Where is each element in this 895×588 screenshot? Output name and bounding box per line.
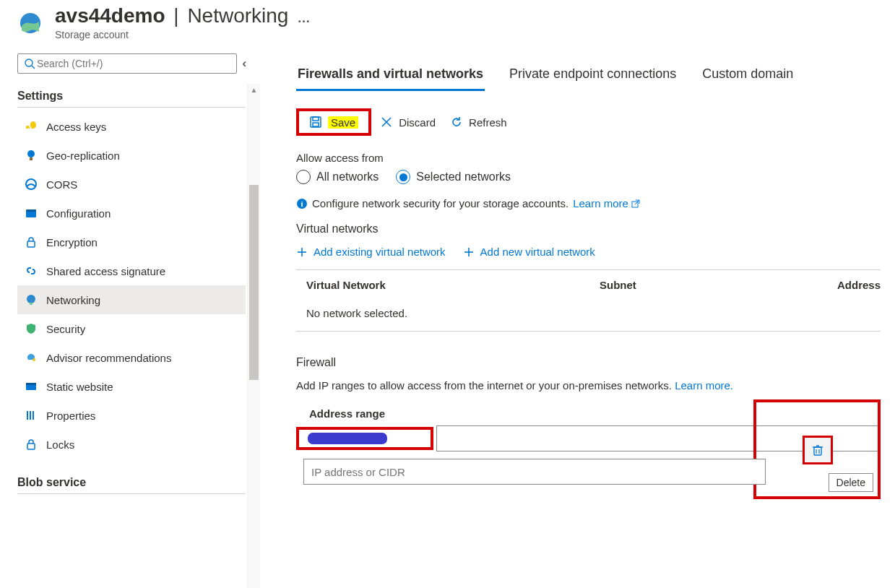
info-icon: i: [296, 198, 308, 209]
svg-rect-18: [311, 117, 321, 127]
sidebar-item-advisor[interactable]: Advisor recommendations: [17, 343, 246, 372]
svg-rect-6: [26, 211, 36, 217]
link-icon: [25, 264, 38, 277]
save-button[interactable]: Save: [303, 114, 364, 130]
sidebar-item-access-keys[interactable]: Access keys: [17, 112, 246, 141]
more-menu[interactable]: …: [291, 11, 316, 26]
close-icon: [380, 116, 393, 129]
page-title: Networking: [187, 4, 288, 27]
section-settings: Settings: [17, 84, 246, 108]
add-new-vnet[interactable]: Add new virtual network: [463, 246, 595, 258]
svg-rect-15: [30, 411, 31, 420]
sidebar-item-sas[interactable]: Shared access signature: [17, 256, 246, 285]
key-icon: [25, 120, 38, 133]
highlight-address-input: [296, 427, 433, 450]
svg-rect-17: [27, 444, 35, 449]
website-icon: [25, 380, 38, 393]
lock-icon: [25, 235, 38, 248]
search-icon: [24, 58, 35, 69]
plus-icon: [296, 246, 308, 258]
sidebar-item-properties[interactable]: Properties: [17, 401, 246, 430]
resource-type: Storage account: [55, 29, 895, 40]
firewall-learn-more[interactable]: Learn more.: [675, 379, 733, 392]
svg-rect-8: [27, 241, 35, 247]
address-input-new[interactable]: [303, 459, 766, 485]
svg-rect-4: [30, 157, 33, 160]
firewall-desc: Add IP ranges to allow access from the i…: [296, 379, 672, 392]
refresh-button[interactable]: Refresh: [444, 114, 513, 130]
svg-text:i: i: [301, 199, 303, 208]
sidebar-item-configuration[interactable]: Configuration: [17, 199, 246, 228]
redacted-ip-value: [308, 433, 387, 444]
gear-icon: [25, 207, 38, 220]
svg-rect-31: [814, 447, 821, 455]
tab-custom-domain[interactable]: Custom domain: [701, 66, 795, 91]
radio-selected-networks[interactable]: Selected networks: [396, 170, 511, 184]
sidebar-item-networking[interactable]: Networking: [17, 285, 246, 314]
external-link-icon: [631, 199, 640, 208]
svg-rect-7: [26, 209, 36, 212]
sidebar-item-cors[interactable]: CORS: [17, 170, 246, 199]
vnet-table-header: Virtual Network Subnet Address: [296, 270, 881, 300]
svg-rect-10: [30, 303, 33, 305]
properties-icon: [25, 409, 38, 422]
advisor-icon: [25, 351, 38, 364]
shield-icon: [25, 322, 38, 335]
sidebar-item-encryption[interactable]: Encryption: [17, 228, 246, 256]
globe-icon: [25, 149, 38, 162]
svg-rect-16: [33, 411, 34, 420]
svg-point-1: [25, 59, 33, 66]
svg-point-11: [33, 358, 35, 361]
info-learn-more-link[interactable]: Learn more: [573, 197, 640, 209]
svg-line-26: [635, 200, 639, 204]
tab-pec[interactable]: Private endpoint connections: [508, 66, 678, 91]
svg-rect-13: [26, 383, 36, 385]
storage-account-icon: [17, 12, 43, 38]
add-existing-vnet[interactable]: Add existing virtual network: [296, 246, 446, 258]
allow-access-label: Allow access from: [296, 152, 881, 164]
svg-rect-20: [313, 123, 319, 126]
sidebar-item-locks[interactable]: Locks: [17, 430, 246, 459]
svg-rect-14: [27, 411, 28, 420]
svg-point-9: [27, 295, 35, 303]
scrollbar-thumb[interactable]: [249, 185, 259, 380]
network-icon: [25, 293, 38, 306]
vnet-title: Virtual networks: [296, 222, 881, 235]
discard-button[interactable]: Discard: [374, 114, 441, 130]
scroll-up-icon[interactable]: ▲: [248, 84, 260, 97]
svg-line-2: [32, 66, 35, 69]
sidebar-scrollbar[interactable]: ▲: [247, 84, 260, 588]
sidebar-item-security[interactable]: Security: [17, 314, 246, 343]
firewall-title: Firewall: [296, 356, 881, 369]
svg-point-3: [27, 150, 35, 157]
section-blob: Blob service: [17, 470, 246, 494]
sidebar-item-geo-replication[interactable]: Geo-replication: [17, 141, 246, 170]
refresh-icon: [450, 116, 463, 129]
resource-name: avs44demo: [55, 4, 165, 27]
save-icon: [309, 116, 322, 129]
plus-icon: [463, 246, 475, 258]
cors-icon: [25, 178, 38, 191]
vnet-empty-message: No network selected.: [296, 300, 881, 332]
trash-icon: [811, 444, 824, 457]
sidebar-item-static-website[interactable]: Static website: [17, 372, 246, 401]
tab-firewall[interactable]: Firewalls and virtual networks: [296, 66, 485, 91]
svg-rect-19: [313, 117, 319, 121]
info-text: Configure network security for your stor…: [312, 197, 568, 209]
highlight-save: Save: [296, 108, 371, 136]
lock-icon: [25, 438, 38, 451]
search-input[interactable]: [17, 53, 237, 74]
radio-all-networks[interactable]: All networks: [296, 170, 379, 184]
